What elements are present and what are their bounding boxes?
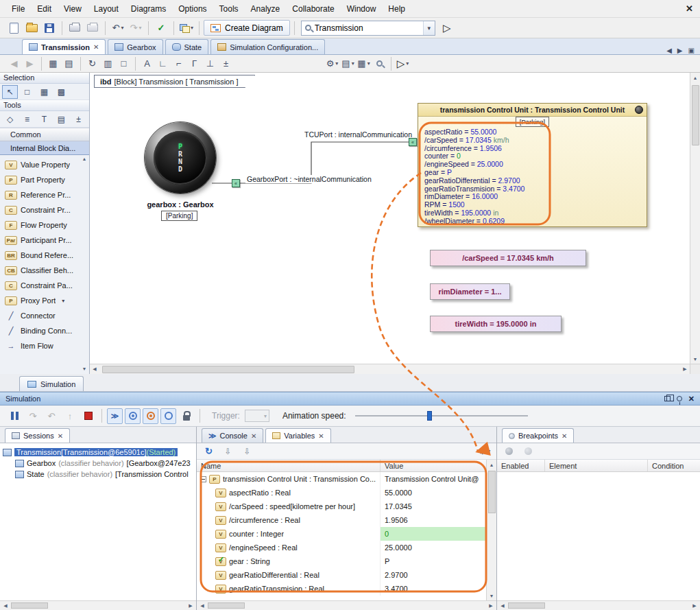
animation-speed-slider[interactable] (355, 410, 528, 422)
tab-state[interactable]: State (165, 39, 209, 54)
canvas-horizontal-scrollbar[interactable]: ◀ ▶ (90, 364, 690, 374)
horizontal-scroll-thumb[interactable] (208, 602, 245, 609)
redo-button[interactable]: ↷▾ (128, 20, 144, 36)
menu-diagrams[interactable]: Diagrams (125, 1, 172, 16)
column-header-element[interactable]: Element (545, 460, 648, 471)
element-search-combo[interactable]: ▾ (301, 21, 435, 36)
tcu-port[interactable]: « (409, 138, 417, 146)
scroll-left-icon[interactable]: ◀ (197, 601, 207, 610)
close-panel-icon[interactable]: ✕ (688, 395, 695, 403)
execute-button[interactable]: ▷▾ (396, 56, 410, 71)
palette-item-constraint-parameter[interactable]: CConstraint Pa... (0, 278, 80, 293)
menu-file[interactable]: File (5, 1, 31, 16)
run-simulation-button[interactable]: ▷ (439, 20, 455, 36)
canvas-vertical-scrollbar[interactable]: ▲ ▼ (690, 73, 700, 364)
display-mode-button[interactable]: ▤▾ (341, 56, 355, 71)
simulation-dock-tab[interactable]: Simulation (19, 376, 84, 391)
tab-transmission[interactable]: Transmission ✕ (22, 39, 106, 54)
zoom-button[interactable] (372, 56, 387, 71)
horizontal-scroll-thumb[interactable] (102, 366, 354, 373)
variable-row-tcu[interactable]: Ptransmission Control Unit : Transmissio… (197, 472, 486, 486)
horizontal-scroll-thumb[interactable] (11, 602, 48, 609)
rimdiameter-value-box[interactable]: rimDiameter = 1... (430, 283, 510, 300)
tab-console[interactable]: ≫ Console ✕ (202, 428, 263, 443)
variable-row-aspectratio[interactable]: VaspectRatio : Real 55.0000 (197, 486, 486, 500)
menu-edit[interactable]: Edit (31, 1, 58, 16)
palette-item-item-flow[interactable]: →Item Flow (0, 338, 80, 353)
gearbox-knob-image[interactable]: P R N D (145, 122, 216, 193)
session-row-gearbox[interactable]: Gearbox(classifier behavior) [Gearbox@24… (0, 458, 196, 469)
options-dropdown-icon[interactable]: ▾ (335, 60, 338, 67)
palette-item-binding-connector[interactable]: ╱Binding Conn... (0, 323, 80, 338)
snap-tool-button[interactable]: ▩ (53, 85, 69, 99)
tab-variables[interactable]: Variables ✕ (265, 428, 330, 443)
layout-dropdown-icon[interactable]: ▾ (367, 60, 370, 67)
save-button[interactable] (41, 20, 58, 36)
gearbox-port[interactable]: « (232, 179, 240, 187)
scroll-up-icon[interactable]: ▲ (487, 460, 496, 469)
redo-dropdown-icon[interactable]: ▾ (138, 25, 141, 31)
proxy-port-dropdown-icon[interactable]: ▾ (62, 298, 64, 304)
note-button[interactable]: □ (117, 56, 131, 71)
breakpoints-horizontal-scrollbar[interactable]: ◀ ▶ (497, 600, 700, 610)
print-button[interactable] (67, 20, 83, 36)
palette-item-classifier-behavior[interactable]: CBClassifier Beh... (0, 263, 80, 278)
clipboard-button[interactable]: ▥ (101, 56, 115, 71)
gearbox-part-label[interactable]: gearbox : Gearbox (112, 200, 249, 209)
layout-button[interactable]: ▦▾ (357, 56, 371, 71)
tab-breakpoints[interactable]: Breakpoints ✕ (502, 428, 574, 443)
lasso-tool-button[interactable]: □ (19, 85, 35, 99)
grid-tool-button[interactable]: ▦ (36, 85, 52, 99)
text-box-tool-button[interactable]: T (36, 113, 52, 126)
tcu-port-label[interactable]: TCUPort : internalCommunication (303, 130, 413, 139)
terminate-button[interactable] (80, 408, 97, 424)
carspeed-value-box[interactable]: /carSpeed = 17.0345 km/h (430, 250, 586, 266)
pause-button[interactable] (6, 408, 23, 424)
tab-close-icon[interactable]: ✕ (562, 432, 567, 440)
palette-item-part-property[interactable]: PPart Property (0, 172, 80, 187)
transmission-control-unit-block[interactable]: transmission Control Unit : Transmission… (418, 103, 647, 227)
silent-mode-toggle-button[interactable] (143, 408, 158, 424)
undo-dropdown-icon[interactable]: ▾ (121, 25, 123, 31)
animate-toggle-button[interactable]: ≫ (107, 408, 123, 424)
new-project-button[interactable] (5, 20, 22, 36)
scroll-right-icon[interactable]: ▶ (680, 364, 690, 374)
magnet-tool-button[interactable]: ◇ (2, 113, 18, 126)
tab-close-icon[interactable]: ✕ (58, 432, 63, 440)
open-project-button[interactable] (23, 20, 40, 36)
variables-horizontal-scrollbar[interactable]: ◀ ▶ (197, 600, 496, 610)
variable-row-gearratiodifferential[interactable]: VgearRatioDifferential : Real 2.9700 (197, 568, 486, 582)
image-tool-button[interactable]: ▤ (53, 113, 69, 126)
tab-gearbox[interactable]: Gearbox (108, 39, 162, 54)
menu-layout[interactable]: Layout (88, 1, 125, 16)
create-diagram-button[interactable]: Create Diagram (204, 20, 290, 36)
adjust-tool-button[interactable]: ± (71, 113, 86, 126)
vertical-scroll-thumb[interactable] (692, 85, 699, 145)
column-header-name[interactable]: Name (197, 460, 381, 471)
cursor-tool-button[interactable]: ↖ (2, 85, 18, 99)
palette-item-connector[interactable]: ╱Connector (0, 308, 80, 323)
trigger-select[interactable]: ▾ (245, 410, 269, 422)
search-input[interactable] (315, 23, 423, 33)
collapse-icon[interactable] (200, 476, 206, 482)
session-row-transmission[interactable]: Transmission [Transmission@6e5901c] (Sta… (0, 447, 196, 458)
session-row-state[interactable]: State(classifier behavior) [Transmission… (0, 469, 196, 480)
column-header-condition[interactable]: Condition (648, 460, 700, 471)
scroll-left-icon[interactable]: ◀ (1, 601, 10, 610)
palette-scroll-up-icon[interactable]: ▲ (82, 156, 87, 161)
align-tool-button[interactable]: ≡ (19, 113, 35, 126)
menu-view[interactable]: View (58, 1, 88, 16)
scroll-up-icon[interactable]: ▲ (690, 73, 700, 82)
execute-dropdown-icon[interactable]: ▾ (406, 60, 409, 67)
scroll-down-icon[interactable]: ▼ (690, 354, 700, 364)
variable-row-circumference[interactable]: V/circumference : Real 1.9506 (197, 513, 486, 527)
text-tool-button[interactable]: A (140, 56, 154, 71)
slider-thumb[interactable] (427, 411, 432, 421)
adjust-button[interactable]: ± (219, 56, 233, 71)
lock-button[interactable] (178, 408, 195, 424)
pin-panel-icon[interactable] (677, 396, 682, 401)
palette-scroll-down-icon[interactable]: ▼ (82, 366, 87, 371)
scroll-down-icon[interactable]: ▼ (487, 591, 496, 600)
display-dropdown-icon[interactable]: ▾ (352, 60, 354, 67)
structure-button[interactable]: ▤ (62, 56, 76, 71)
